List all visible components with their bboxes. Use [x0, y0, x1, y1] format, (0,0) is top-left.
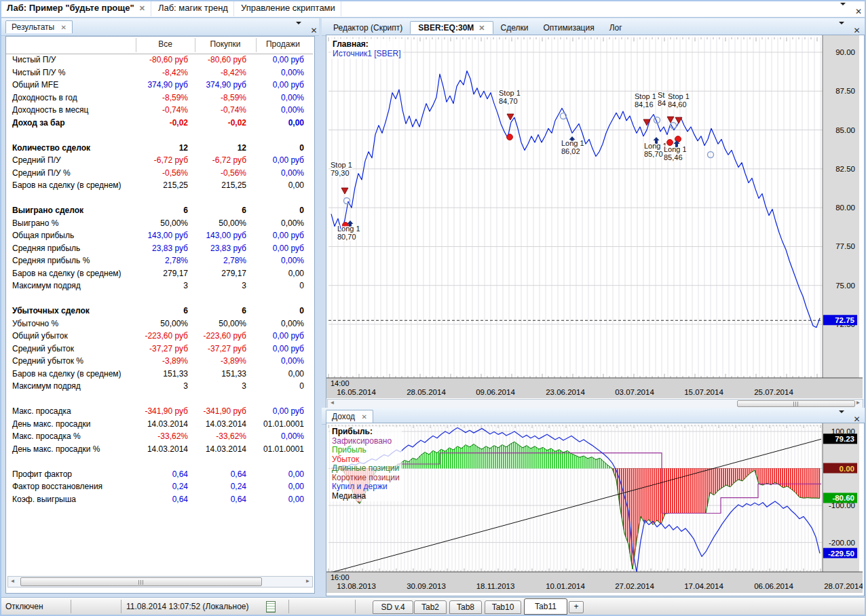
- trade-label: Stop 1: [668, 92, 690, 100]
- close-icon[interactable]: ✕: [61, 24, 67, 31]
- row-label: Выиграно %: [12, 217, 58, 230]
- row-value: 3: [189, 280, 246, 292]
- top-tab-1[interactable]: Лаб: магик тренд: [151, 0, 234, 16]
- row-value: 6: [189, 305, 246, 317]
- scrollbar-thumb[interactable]: [20, 577, 262, 586]
- row-value: 0,00: [246, 179, 304, 192]
- income-legend-title: Прибыль:: [332, 427, 400, 437]
- row-label: Средний убыток: [12, 343, 74, 355]
- row-value: -0,56%: [130, 167, 188, 180]
- menu-dropdown-icon[interactable]: [296, 24, 302, 37]
- row-value: 2,78%: [130, 254, 188, 267]
- tab-results[interactable]: Результаты ✕: [5, 20, 73, 33]
- table-row: [6, 129, 313, 142]
- close-icon[interactable]: ✕: [478, 24, 485, 32]
- calendar-icon[interactable]: [266, 601, 276, 613]
- row-label: Баров на сделку (в среднем): [12, 267, 121, 280]
- row-value: 215,25: [130, 179, 188, 192]
- trade-label: Stop 1: [635, 92, 656, 100]
- close-icon[interactable]: ✕: [310, 27, 317, 34]
- close-icon[interactable]: ✕: [855, 8, 862, 15]
- row-label: Убыточно %: [12, 317, 58, 330]
- row-value: 0: [246, 142, 304, 155]
- status-tab-tab2[interactable]: Tab2: [414, 600, 447, 614]
- close-icon[interactable]: ✕: [853, 416, 860, 423]
- add-tab-button[interactable]: +: [569, 601, 584, 613]
- row-value: 0,00: [246, 368, 304, 381]
- row-label: Средний П/У: [12, 154, 61, 167]
- trade-label: 79,30: [331, 169, 350, 177]
- column-header-0[interactable]: Все: [136, 39, 195, 49]
- chart-tab-2[interactable]: Сделки: [493, 22, 536, 34]
- row-value: -8,42%: [189, 66, 246, 79]
- legend-item: Медиана: [332, 492, 400, 501]
- row-value: 0,64: [189, 468, 246, 481]
- chart-tab-4[interactable]: Лог: [602, 22, 630, 34]
- price-chart[interactable]: Stop 179,30Long 180,70Stop 184,70Long 18…: [326, 35, 863, 399]
- table-row: Макс. просадка-341,90 руб-341,90 руб0,00…: [6, 405, 313, 418]
- scroll-left-arrow-icon[interactable]: ◄: [328, 400, 337, 408]
- close-icon[interactable]: ✕: [853, 27, 860, 34]
- chart-legend-source: Источник1 [SBER]: [333, 49, 401, 58]
- column-header-1[interactable]: Покупки: [195, 39, 256, 49]
- chart-tab-1[interactable]: SBER:EQ:30M✕: [410, 21, 493, 34]
- table-row: [6, 292, 313, 305]
- row-label: Макс. просадка: [12, 405, 71, 418]
- scroll-right-arrow-icon[interactable]: ►: [303, 577, 312, 587]
- table-row: Средний убыток-37,27 руб-37,27 руб0,00 р…: [6, 343, 313, 355]
- chart-tab-3[interactable]: Оптимизация: [535, 22, 601, 34]
- row-value: 0,00: [246, 480, 304, 493]
- row-value: 0,00%: [246, 92, 304, 104]
- entry-dot-marker: [675, 136, 681, 142]
- row-label: День макс. просадки: [12, 418, 90, 431]
- row-value: 0,00%: [246, 167, 304, 180]
- table-row: Общая прибыль143,00 руб143,00 руб0,00 ру…: [6, 229, 313, 242]
- menu-dropdown-icon[interactable]: [840, 5, 846, 18]
- trade-label: Long 1: [561, 139, 584, 147]
- y-axis-tick: 85.00: [835, 126, 855, 134]
- chart-horizontal-scrollbar[interactable]: ◄ ►: [327, 399, 863, 408]
- y-axis-tick: 80.00: [835, 204, 855, 212]
- legend-item: Прибыль: [332, 446, 400, 455]
- results-horizontal-scrollbar[interactable]: ◄ ►: [7, 576, 313, 588]
- table-row: Баров на сделку (в среднем)151,33151,330…: [6, 368, 313, 381]
- close-icon[interactable]: ✕: [361, 413, 366, 421]
- trade-label: 85,46: [664, 153, 683, 161]
- table-row: Максимум подряд330: [6, 380, 313, 393]
- status-tab-tab10[interactable]: Tab10: [485, 600, 521, 614]
- tab-income-label: Доход: [332, 412, 355, 421]
- row-value: 0,00: [246, 117, 304, 130]
- x-axis-tick: 30.09.2013: [407, 582, 446, 590]
- chart-tab-0[interactable]: Редактор (Скрипт): [326, 22, 410, 34]
- row-value: 143,00 руб: [189, 229, 246, 242]
- trade-label: Stop 1: [499, 89, 521, 97]
- connection-status: Отключен: [5, 602, 43, 611]
- scrollbar-thumb[interactable]: [737, 400, 855, 407]
- x-axis-tick: 06.06.2014: [754, 582, 793, 590]
- legend-item: Длинные позиции: [332, 464, 400, 474]
- status-tab-sdv4[interactable]: SD v.4: [373, 600, 413, 614]
- trade-label: 84,70: [499, 97, 518, 105]
- top-tab-bar: Лаб: Пример "будьте проще"✕Лаб: магик тр…: [0, 0, 866, 18]
- row-value: 14.03.2014: [130, 418, 188, 431]
- column-header-2[interactable]: Продажи: [256, 39, 310, 49]
- tab-income[interactable]: Доход ✕: [326, 410, 373, 423]
- row-value: -6,72 руб: [189, 154, 246, 167]
- row-label: Общий MFE: [12, 79, 58, 92]
- close-icon[interactable]: ✕: [139, 4, 145, 12]
- row-value: -341,90 руб: [189, 405, 246, 418]
- income-chart[interactable]: 100.00-100.00-200.0079.230.00-80.60-229.…: [326, 423, 863, 594]
- row-value: -80,60 руб: [189, 54, 246, 66]
- scroll-left-arrow-icon[interactable]: ◄: [8, 577, 17, 587]
- status-tab-tab11[interactable]: Tab11: [524, 598, 567, 615]
- row-value: -6,72 руб: [130, 154, 188, 167]
- legend-item: Короткие позиции: [332, 474, 400, 483]
- top-tab-0[interactable]: Лаб: Пример "будьте проще"✕: [0, 0, 151, 16]
- top-tab-2[interactable]: Управление скриптами: [234, 0, 341, 16]
- row-value: -223,60 руб: [189, 330, 246, 343]
- table-row: Средний убыток %-3,89%-3,89%0,00%: [6, 355, 313, 368]
- x-axis-tick: 25.07.2014: [754, 388, 793, 396]
- row-value: 0,00 руб: [246, 330, 304, 343]
- status-tab-tab8[interactable]: Tab8: [449, 600, 482, 614]
- results-header-icons: ✕: [296, 24, 318, 37]
